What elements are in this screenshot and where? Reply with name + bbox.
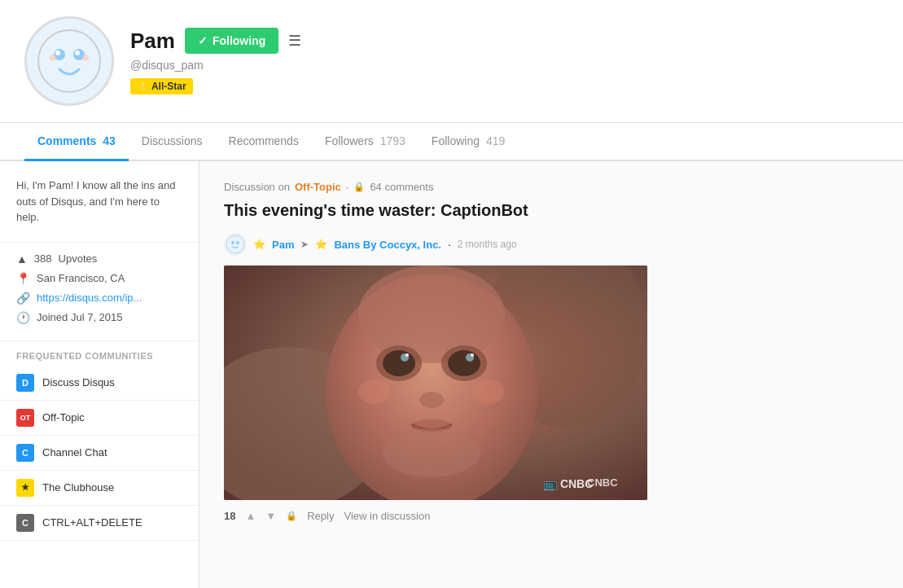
discussion-title: This evening's time waster: CaptionBot bbox=[224, 201, 879, 220]
arrow-icon: ➤ bbox=[300, 239, 309, 250]
discussion-meta: Discussion on Off-Topic · 🔒 64 comments bbox=[224, 181, 879, 193]
community-item-ctrl-alt-delete[interactable]: C CTRL+ALT+DELETE bbox=[0, 506, 199, 541]
tab-discussions-label: Discussions bbox=[142, 134, 203, 147]
svg-point-17 bbox=[383, 350, 415, 376]
upvotes-label: Upvotes bbox=[59, 252, 98, 265]
main-layout: Hi, I'm Pam! I know all the ins and outs… bbox=[0, 161, 903, 588]
vote-count: 18 bbox=[224, 510, 235, 522]
svg-point-7 bbox=[226, 235, 244, 253]
allstar-badge: ⭐ All-Star bbox=[130, 78, 193, 94]
joined-text: Joined Jul 7, 2015 bbox=[37, 311, 123, 323]
upvote-icon: ▲ bbox=[16, 252, 28, 265]
target-name[interactable]: Bans By Coccyx, Inc. bbox=[334, 239, 441, 251]
profile-link[interactable]: https://disqus.com/ip... bbox=[37, 292, 142, 304]
profile-header: Pam ✓ Following ☰ @disqus_pam ⭐ All-Star bbox=[0, 0, 903, 123]
avatar-image bbox=[37, 29, 102, 94]
clock-icon: 🕐 bbox=[16, 311, 30, 324]
profile-name-row: Pam ✓ Following ☰ bbox=[130, 28, 879, 54]
comment-header: ⭐ Pam ➤ ⭐ Bans By Coccyx, Inc. · 2 month… bbox=[224, 233, 879, 256]
community-label-the-clubhouse: The Clubhouse bbox=[42, 481, 114, 494]
svg-point-9 bbox=[236, 241, 239, 244]
discussion-topic[interactable]: Off-Topic bbox=[295, 181, 341, 193]
tab-recommends[interactable]: Recommends bbox=[216, 123, 312, 161]
svg-point-6 bbox=[82, 55, 89, 61]
community-item-discuss-disqus[interactable]: D Discuss Disqus bbox=[0, 366, 199, 401]
svg-point-22 bbox=[471, 353, 474, 357]
svg-text:CNBC: CNBC bbox=[587, 476, 618, 489]
tab-followers-label: Followers bbox=[325, 134, 374, 147]
community-label-ctrl-alt-delete: CTRL+ALT+DELETE bbox=[42, 516, 142, 529]
tab-followers-count: 1793 bbox=[380, 134, 405, 147]
tab-following[interactable]: Following 419 bbox=[419, 123, 518, 161]
downvote-button[interactable]: ▼ bbox=[265, 510, 276, 522]
svg-point-0 bbox=[38, 30, 100, 92]
svg-point-26 bbox=[358, 380, 391, 404]
target-star-badge: ⭐ bbox=[315, 239, 327, 250]
svg-point-25 bbox=[383, 428, 480, 477]
commenter-name[interactable]: Pam bbox=[272, 239, 294, 251]
community-label-discuss-disqus: Discuss Disqus bbox=[42, 376, 115, 388]
location-stat: 📍 San Francisco, CA bbox=[16, 272, 182, 285]
sidebar: Hi, I'm Pam! I know all the ins and outs… bbox=[0, 161, 199, 588]
location-text: San Francisco, CA bbox=[37, 272, 125, 284]
sidebar-stats: ▲ 388 Upvotes 📍 San Francisco, CA 🔗 http… bbox=[0, 243, 199, 341]
community-item-the-clubhouse[interactable]: ★ The Clubhouse bbox=[0, 471, 199, 506]
comment-time: 2 months ago bbox=[458, 239, 517, 250]
upvote-button[interactable]: ▲ bbox=[245, 510, 256, 522]
upvotes-stat: ▲ 388 Upvotes bbox=[16, 252, 182, 265]
location-icon: 📍 bbox=[16, 272, 30, 285]
separator: · bbox=[346, 181, 349, 193]
svg-text:📺 CNBC: 📺 CNBC bbox=[543, 477, 593, 491]
link-icon: 🔗 bbox=[16, 292, 30, 305]
tab-comments[interactable]: Comments 43 bbox=[24, 123, 129, 161]
follow-button[interactable]: ✓ Following bbox=[185, 28, 278, 54]
svg-point-27 bbox=[472, 380, 505, 404]
tab-recommends-label: Recommends bbox=[229, 134, 299, 147]
community-label-off-topic: Off-Topic bbox=[42, 411, 85, 423]
joined-stat: 🕐 Joined Jul 7, 2015 bbox=[16, 311, 182, 324]
svg-point-4 bbox=[75, 50, 80, 55]
profile-handle: @disqus_pam bbox=[130, 59, 879, 72]
community-label-channel-chat: Channel Chat bbox=[42, 446, 107, 459]
community-icon-the-clubhouse: ★ bbox=[16, 479, 34, 497]
profile-info: Pam ✓ Following ☰ @disqus_pam ⭐ All-Star bbox=[130, 28, 879, 94]
community-icon-off-topic: OT bbox=[16, 409, 34, 427]
cnbc-logo: CNBC bbox=[587, 475, 636, 492]
discussion-prefix: Discussion on bbox=[224, 181, 290, 193]
svg-point-3 bbox=[55, 50, 60, 55]
comment-actions: 18 ▲ ▼ 🔒 Reply View in discussion bbox=[224, 510, 879, 522]
cnbc-logo-svg: CNBC bbox=[587, 475, 636, 489]
reply-link[interactable]: Reply bbox=[307, 510, 334, 522]
svg-point-8 bbox=[231, 241, 235, 244]
time-separator: · bbox=[448, 238, 451, 251]
svg-point-14 bbox=[358, 265, 505, 363]
lock-icon: 🔒 bbox=[353, 182, 365, 192]
comment-image: 📺 CNBC CNBC bbox=[224, 265, 647, 500]
menu-icon[interactable]: ☰ bbox=[288, 32, 301, 50]
svg-point-23 bbox=[419, 392, 444, 408]
robot-image: 📺 CNBC CNBC bbox=[224, 265, 647, 500]
upvotes-count: 388 bbox=[34, 252, 52, 265]
community-icon-ctrl-alt-delete: C bbox=[16, 514, 34, 532]
tab-discussions[interactable]: Discussions bbox=[129, 123, 216, 161]
commenter-star-badge: ⭐ bbox=[253, 239, 265, 250]
tab-following-label: Following bbox=[432, 134, 480, 147]
svg-point-18 bbox=[448, 350, 480, 376]
tab-comments-label: Comments bbox=[37, 134, 96, 147]
community-icon-discuss-disqus: D bbox=[16, 374, 34, 392]
link-stat[interactable]: 🔗 https://disqus.com/ip... bbox=[16, 292, 182, 305]
community-item-off-topic[interactable]: OT Off-Topic bbox=[0, 401, 199, 436]
avatar bbox=[24, 16, 114, 106]
community-item-channel-chat[interactable]: C Channel Chat bbox=[0, 436, 199, 471]
tab-followers[interactable]: Followers 1793 bbox=[312, 123, 419, 161]
tab-following-count: 419 bbox=[486, 134, 505, 147]
view-discussion-link[interactable]: View in discussion bbox=[344, 510, 430, 522]
commenter-avatar-image bbox=[226, 235, 245, 254]
page-container: Pam ✓ Following ☰ @disqus_pam ⭐ All-Star… bbox=[0, 0, 903, 588]
commenter-avatar bbox=[224, 233, 247, 256]
svg-point-21 bbox=[405, 353, 409, 357]
robot-face-svg: 📺 CNBC bbox=[224, 265, 647, 500]
profile-name: Pam bbox=[130, 29, 175, 54]
tabs-bar: Comments 43 Discussions Recommends Follo… bbox=[0, 123, 903, 161]
community-icon-channel-chat: C bbox=[16, 444, 34, 462]
